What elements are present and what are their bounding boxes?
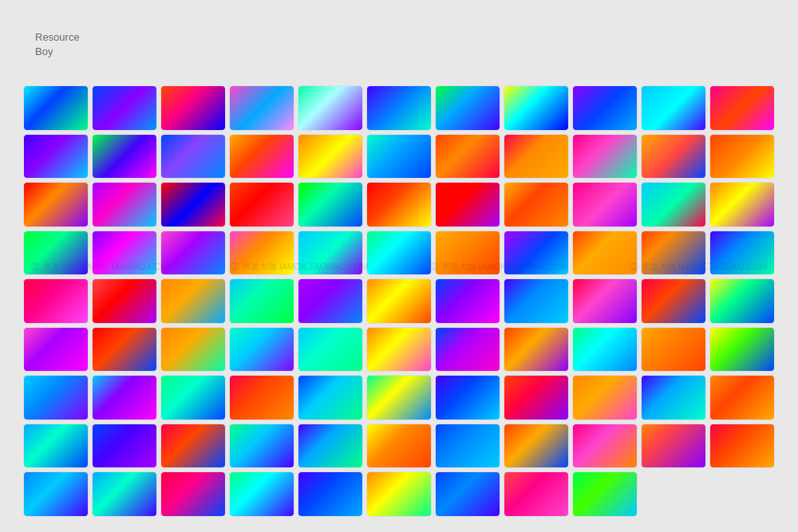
gradient-card[interactable] [298,183,362,227]
gradient-card[interactable] [93,376,156,420]
gradient-card[interactable] [24,472,88,516]
gradient-card[interactable] [710,376,774,420]
gradient-card[interactable] [710,183,774,227]
gradient-card[interactable] [573,183,637,227]
gradient-card[interactable] [93,183,156,227]
gradient-card[interactable] [298,376,362,420]
gradient-card[interactable] [642,86,705,130]
gradient-card[interactable] [504,135,568,179]
gradient-card[interactable] [24,376,88,420]
gradient-card[interactable] [298,86,362,130]
gradient-card[interactable] [504,376,568,420]
gradient-card[interactable] [642,183,705,227]
gradient-card[interactable] [573,472,637,516]
gradient-card[interactable] [642,279,705,323]
gradient-card[interactable] [436,424,500,468]
gradient-card[interactable] [161,231,225,275]
gradient-card[interactable] [504,279,568,323]
gradient-card[interactable] [367,472,431,516]
gradient-card[interactable] [230,424,294,468]
gradient-card[interactable] [573,279,637,323]
gradient-card[interactable] [710,135,774,179]
gradient-card[interactable] [573,86,637,130]
gradient-card[interactable] [230,135,294,179]
gradient-card[interactable] [710,424,774,468]
gradient-card[interactable] [24,279,88,323]
gradient-card[interactable] [230,231,294,275]
app-title: Resource Boy [35,30,80,59]
gradient-card[interactable] [642,231,705,275]
gradient-card[interactable] [93,424,156,468]
gradient-card[interactable] [93,231,156,275]
gradient-card[interactable] [642,328,705,372]
gradient-card[interactable] [230,279,294,323]
gradient-card[interactable] [367,424,431,468]
gradient-card[interactable] [436,183,500,227]
gradient-card[interactable] [24,424,88,468]
gradient-card[interactable] [230,376,294,420]
gradient-card[interactable] [504,472,568,516]
gradient-card[interactable] [573,376,637,420]
gradient-card[interactable] [573,231,637,275]
gradient-card[interactable] [642,376,705,420]
gradient-card[interactable] [436,231,500,275]
gradient-card[interactable] [161,86,225,130]
gradient-card[interactable] [504,328,568,372]
gradient-card[interactable] [573,328,637,372]
gradient-card[interactable] [24,135,88,179]
gradient-card[interactable] [710,328,774,372]
gradient-card[interactable] [573,424,637,468]
gradient-card[interactable] [161,472,225,516]
gradient-card[interactable] [710,231,774,275]
gradient-card[interactable] [93,472,156,516]
gradient-card[interactable] [436,328,500,372]
gradient-card[interactable] [367,231,431,275]
gradient-card[interactable] [504,231,568,275]
gradient-card[interactable] [298,231,362,275]
gradient-card[interactable] [642,135,705,179]
gradient-card[interactable] [230,86,294,130]
gradient-card[interactable] [367,376,431,420]
gradient-card[interactable] [230,328,294,372]
gradient-card[interactable] [642,424,705,468]
gradient-card[interactable] [436,135,500,179]
gradient-grid [24,86,774,516]
gradient-card[interactable] [298,135,362,179]
gradient-card[interactable] [298,424,362,468]
gradient-card[interactable] [230,183,294,227]
gradient-card[interactable] [93,135,156,179]
gradient-card[interactable] [367,279,431,323]
gradient-card[interactable] [161,279,225,323]
gradient-card[interactable] [161,328,225,372]
gradient-card[interactable] [710,279,774,323]
gradient-card[interactable] [161,183,225,227]
gradient-card[interactable] [367,135,431,179]
gradient-card[interactable] [24,86,88,130]
gradient-card[interactable] [436,376,500,420]
gradient-card[interactable] [93,328,156,372]
gradient-card[interactable] [436,472,500,516]
gradient-card[interactable] [298,328,362,372]
gradient-card[interactable] [367,183,431,227]
gradient-card[interactable] [93,86,156,130]
gradient-card[interactable] [504,86,568,130]
gradient-card[interactable] [24,183,88,227]
gradient-card[interactable] [504,424,568,468]
gradient-card[interactable] [93,279,156,323]
gradient-card[interactable] [367,86,431,130]
gradient-card[interactable] [367,328,431,372]
gradient-card[interactable] [504,183,568,227]
gradient-card[interactable] [24,328,88,372]
gradient-card[interactable] [161,135,225,179]
gradient-card[interactable] [436,86,500,130]
gradient-card[interactable] [436,279,500,323]
gradient-card[interactable] [710,86,774,130]
gradient-card[interactable] [161,424,225,468]
gradient-card[interactable] [298,279,362,323]
gradient-card[interactable] [161,376,225,420]
gradient-card[interactable] [298,472,362,516]
gradient-card[interactable] [230,472,294,516]
gradient-card[interactable] [24,231,88,275]
gradient-card[interactable] [573,135,637,179]
